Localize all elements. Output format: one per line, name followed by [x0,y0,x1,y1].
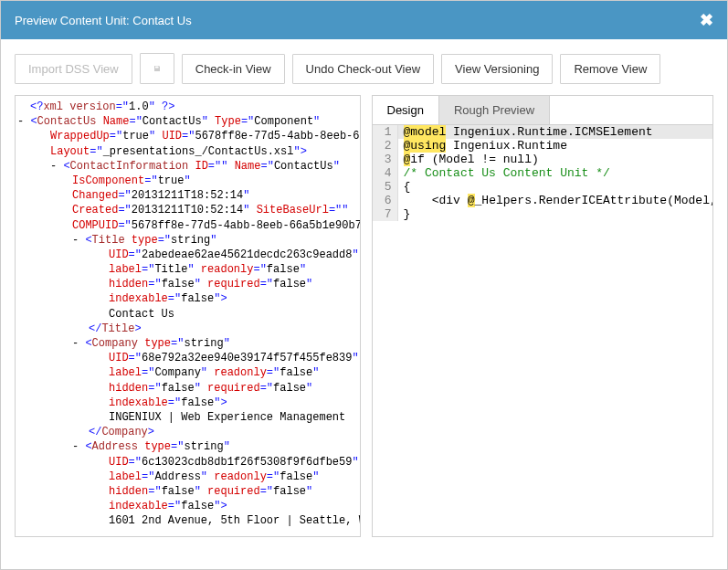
xml-view-panel[interactable]: <?xml version="1.0" ?> - <ContactUs Name… [15,95,361,537]
checkin-view-button[interactable]: Check-in View [182,54,285,84]
content-area: <?xml version="1.0" ?> - <ContactUs Name… [1,95,727,551]
view-versioning-button[interactable]: View Versioning [441,54,553,84]
close-icon[interactable]: ✖ [700,10,713,30]
dialog-title: Preview Content Unit: Contact Us [15,14,192,27]
code-tabs: Design Rough Preview [373,96,713,125]
save-button [140,53,174,84]
tab-rough-preview[interactable]: Rough Preview [439,96,550,124]
save-icon [153,61,161,76]
remove-view-button[interactable]: Remove View [560,54,660,84]
dialog-header: Preview Content Unit: Contact Us ✖ [1,1,727,39]
tab-design[interactable]: Design [373,96,439,124]
import-dss-view-button: Import DSS View [15,54,132,84]
undo-checkout-view-button[interactable]: Undo Check-out View [292,54,435,84]
code-view-panel: Design Rough Preview 1@model Ingeniux.Ru… [372,95,714,537]
code-editor[interactable]: 1@model Ingeniux.Runtime.ICMSElement 2@u… [373,125,713,536]
toolbar: Import DSS View Check-in View Undo Check… [1,39,727,95]
